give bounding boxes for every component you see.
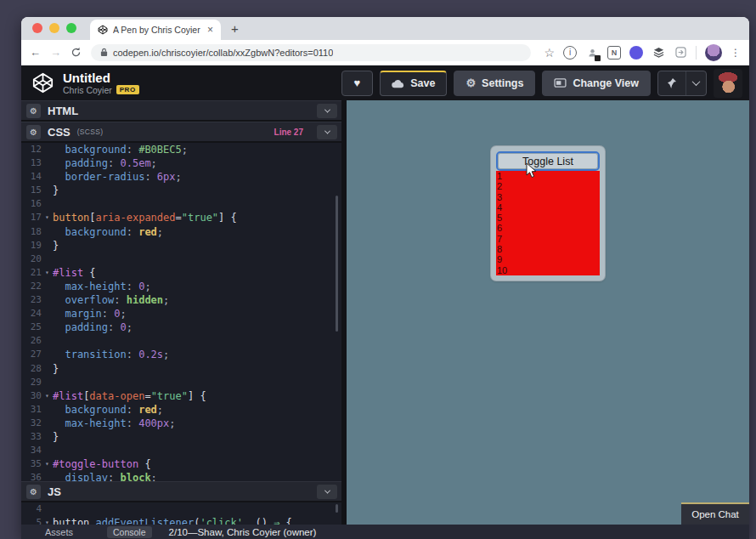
code-text: } — [53, 362, 59, 376]
toggle-list-button[interactable]: Toggle List — [496, 151, 600, 171]
html-collapse-button[interactable] — [317, 104, 337, 118]
browser-window: A Pen by Chris Coyier × + ← → codepen.io… — [21, 17, 749, 539]
password-extension-icon[interactable] — [585, 46, 599, 60]
change-view-button[interactable]: Change View — [542, 71, 651, 96]
line-number: 15 — [21, 184, 42, 197]
close-window-button[interactable] — [32, 23, 42, 33]
fold-arrow-icon[interactable]: ▾ — [42, 389, 53, 403]
code-line: 35▾#toggle-button { — [21, 457, 341, 471]
fold-spacer — [42, 321, 53, 334]
css-settings-gear-icon[interactable]: ⚙ — [26, 125, 41, 139]
line-number: 26 — [21, 334, 42, 348]
toolbar-divider — [696, 46, 697, 60]
save-button-label: Save — [410, 77, 435, 89]
new-tab-button[interactable]: + — [231, 22, 239, 35]
forward-button[interactable]: → — [50, 47, 61, 58]
code-text: background: #B0BEC5; — [53, 143, 188, 156]
css-collapse-button[interactable] — [317, 125, 337, 139]
list-item: 4 — [496, 202, 600, 213]
code-text: transition: 0.2s; — [53, 348, 169, 361]
browser-menu-icon[interactable]: ⋮ — [731, 47, 741, 59]
code-text: } — [53, 239, 59, 252]
browser-tab-strip: A Pen by Chris Coyier × + — [21, 17, 749, 40]
fold-spacer — [42, 403, 53, 417]
minimize-window-button[interactable] — [49, 23, 59, 33]
list-item: 8 — [496, 244, 600, 254]
back-button[interactable]: ← — [30, 47, 41, 58]
browser-profile-avatar[interactable] — [705, 44, 722, 61]
browser-tab[interactable]: A Pen by Chris Coyier × — [90, 20, 221, 40]
mouse-cursor — [526, 162, 538, 179]
save-button[interactable]: Save — [380, 71, 447, 96]
code-text: background: red; — [53, 225, 163, 239]
purple-extension-icon[interactable] — [629, 46, 643, 60]
line-number: 21 — [21, 266, 42, 280]
fold-spacer — [42, 307, 53, 321]
js-collapse-button[interactable] — [317, 485, 337, 499]
line-number: 18 — [21, 225, 42, 239]
info-extension-icon[interactable]: i — [563, 46, 577, 60]
assets-button[interactable]: Assets — [45, 527, 73, 537]
line-number: 16 — [21, 197, 42, 211]
share-extension-icon[interactable] — [674, 46, 687, 60]
pin-dropdown-button[interactable] — [686, 71, 706, 95]
css-panel-header[interactable]: ⚙ CSS (SCSS) Line 27 — [21, 122, 341, 141]
html-settings-gear-icon[interactable]: ⚙ — [26, 104, 41, 118]
maximize-window-button[interactable] — [66, 23, 76, 33]
code-text: background: red; — [53, 403, 163, 417]
browser-toolbar: ← → codepen.io/chriscoyier/collab/xxZgbw… — [21, 40, 749, 65]
fold-spacer — [42, 430, 53, 444]
css-code-editor[interactable]: 12 background: #B0BEC5;13 padding: 0.5em… — [21, 143, 341, 481]
chevron-down-icon — [692, 77, 701, 86]
line-number: 23 — [21, 293, 42, 307]
reload-button[interactable] — [71, 47, 82, 58]
fold-arrow-icon[interactable]: ▾ — [42, 266, 53, 280]
code-text: display: block; — [53, 471, 157, 481]
open-chat-button[interactable]: Open Chat — [681, 502, 749, 525]
fold-arrow-icon[interactable]: ▾ — [42, 457, 53, 471]
code-text: max-height: 400px; — [53, 417, 176, 430]
line-number: 24 — [21, 307, 42, 321]
pro-badge: PRO — [116, 85, 139, 94]
js-panel-header[interactable]: ⚙ JS — [21, 481, 341, 501]
pin-icon — [667, 77, 677, 89]
bookmark-star-icon[interactable]: ☆ — [544, 47, 555, 59]
js-panel-title: JS — [48, 485, 61, 498]
layers-extension-icon[interactable] — [652, 46, 665, 60]
fold-spacer — [42, 417, 53, 430]
pin-button[interactable] — [658, 71, 686, 95]
settings-button[interactable]: ⚙ Settings — [454, 71, 535, 96]
user-avatar[interactable] — [714, 69, 742, 98]
line-number: 20 — [21, 252, 42, 266]
fold-spacer — [42, 252, 53, 266]
code-line: 17▾button[aria-expanded="true"] { — [21, 211, 341, 224]
js-editor-scrollbar[interactable] — [336, 504, 338, 513]
codepen-logo-icon — [31, 71, 54, 94]
code-line: 14 border-radius: 6px; — [21, 170, 341, 184]
notion-extension-icon[interactable]: N — [607, 46, 621, 60]
fold-spacer — [42, 280, 53, 293]
fold-arrow-icon[interactable]: ▾ — [42, 211, 53, 224]
fold-spacer — [42, 184, 53, 197]
code-line: 23 overflow: hidden; — [21, 293, 341, 307]
list-item: 2 — [496, 181, 600, 191]
tab-close-icon[interactable]: × — [207, 25, 213, 35]
js-code-editor[interactable]: 45▾button.addEventListener('click', () ⇒… — [21, 502, 341, 525]
code-text: overflow: hidden; — [53, 293, 169, 307]
code-text: border-radius: 6px; — [53, 170, 182, 184]
address-bar[interactable]: codepen.io/chriscoyier/collab/xxZgbwN?ed… — [91, 44, 531, 61]
list-item: 3 — [496, 192, 600, 202]
line-number: 14 — [21, 170, 42, 184]
css-editor-scrollbar[interactable] — [336, 196, 338, 332]
console-button[interactable]: Console — [107, 526, 152, 538]
html-panel-header[interactable]: ⚙ HTML — [21, 100, 341, 120]
fold-spacer — [42, 170, 53, 184]
js-settings-gear-icon[interactable]: ⚙ — [26, 485, 41, 499]
fold-arrow-icon[interactable]: ▾ — [42, 516, 53, 525]
line-number: 17 — [21, 211, 42, 224]
list-item: 5 — [496, 213, 600, 223]
code-text: max-height: 0; — [53, 280, 151, 293]
settings-button-label: Settings — [482, 77, 523, 89]
code-line: 5▾button.addEventListener('click', () ⇒ … — [21, 516, 341, 525]
like-button[interactable]: ♥ — [341, 71, 374, 96]
